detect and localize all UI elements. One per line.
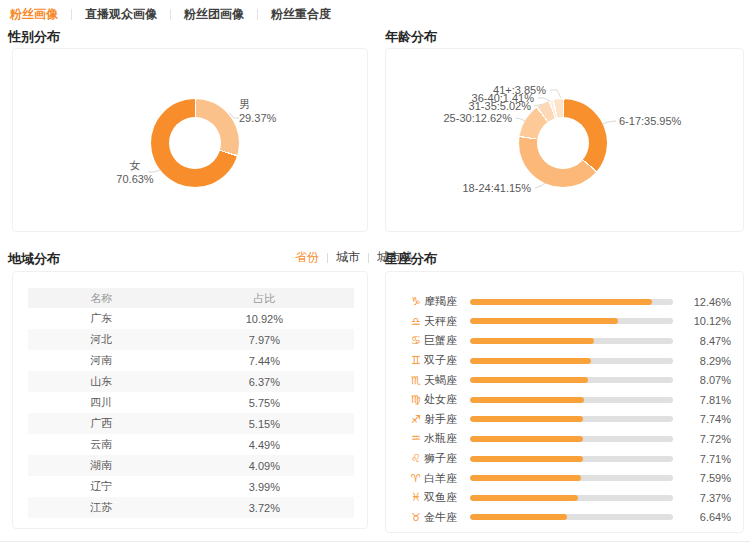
bar-track xyxy=(470,338,673,344)
region-name: 江苏 xyxy=(28,500,175,515)
zodiac-name: 天秤座 xyxy=(424,314,464,329)
bar-fill xyxy=(470,299,652,305)
bar-fill xyxy=(470,397,584,403)
region-ratio: 6.37% xyxy=(175,376,354,388)
zodiac-row[interactable]: ♈ 白羊座 7.59% xyxy=(411,468,731,488)
region-ratio: 7.97% xyxy=(175,334,354,346)
region-ratio: 4.49% xyxy=(175,439,354,451)
region-ratio: 4.09% xyxy=(175,460,354,472)
zodiac-value: 7.74% xyxy=(681,413,731,425)
tab-fan-portrait[interactable]: 粉丝画像 xyxy=(10,6,58,23)
zodiac-value: 7.59% xyxy=(681,472,731,484)
tab-fan-club-portrait[interactable]: 粉丝团画像 xyxy=(184,6,244,23)
zodiac-bar-list: ♑ 摩羯座 12.46% ♎ 天秤座 10.12% ♋ 巨蟹座 8.47% ♊ … xyxy=(386,292,743,527)
zodiac-row[interactable]: ♏ 天蝎座 8.07% xyxy=(411,370,731,390)
age-chart-panel: 41+:3.85% 36-40:1.41% 31-35:5.02% 25-30:… xyxy=(385,48,744,232)
region-tab-province[interactable]: 省份 xyxy=(295,249,319,266)
table-header-row: 名称 占比 xyxy=(28,288,354,308)
region-tab-city[interactable]: 城市 xyxy=(336,249,360,266)
age-label-25-30: 25-30:12.62% xyxy=(444,113,513,124)
bar-track xyxy=(470,495,673,501)
table-row[interactable]: 河南 7.44% xyxy=(28,350,354,371)
bar-fill xyxy=(470,416,583,422)
zodiac-value: 8.29% xyxy=(681,355,731,367)
bar-track xyxy=(470,416,673,422)
bar-track xyxy=(470,358,673,364)
zodiac-row[interactable]: ♎ 天秤座 10.12% xyxy=(411,312,731,332)
page-bottom-divider xyxy=(0,541,750,542)
top-tab-bar: 粉丝画像 直播观众画像 粉丝团画像 粉丝重合度 xyxy=(10,6,331,23)
table-row[interactable]: 河北 7.97% xyxy=(28,329,354,350)
fan-portrait-page: 粉丝画像 直播观众画像 粉丝团画像 粉丝重合度 性别分布 年龄分布 地域分布 星… xyxy=(0,0,750,543)
table-row[interactable]: 云南 4.49% xyxy=(28,434,354,455)
gender-donut-chart[interactable] xyxy=(151,99,239,187)
zodiac-row[interactable]: ♓ 双鱼座 7.37% xyxy=(411,488,731,508)
bar-track xyxy=(470,475,673,481)
table-row[interactable]: 山东 6.37% xyxy=(28,371,354,392)
gender-male-name: 男 xyxy=(239,97,276,111)
zodiac-row[interactable]: ♋ 巨蟹座 8.47% xyxy=(411,331,731,351)
age-panel-title: 年龄分布 xyxy=(385,28,437,46)
zodiac-name: 摩羯座 xyxy=(424,294,464,309)
zodiac-sign-icon: ♊ xyxy=(411,355,424,366)
table-row[interactable]: 广东 10.92% xyxy=(28,308,354,329)
bar-track xyxy=(470,397,673,403)
bar-track xyxy=(470,299,673,305)
age-label-6-17: 6-17:35.95% xyxy=(619,116,681,127)
zodiac-row[interactable]: ♒ 水瓶座 7.72% xyxy=(411,429,731,449)
gender-female-value: 70.63% xyxy=(111,172,159,186)
zodiac-row[interactable]: ♐ 射手座 7.74% xyxy=(411,410,731,430)
gender-male-value: 29.37% xyxy=(239,111,276,125)
age-donut-chart[interactable] xyxy=(519,99,607,187)
zodiac-sign-icon: ♏ xyxy=(411,375,424,386)
zodiac-name: 射手座 xyxy=(424,412,464,427)
bar-track xyxy=(470,436,673,442)
zodiac-sign-icon: ♑ xyxy=(411,296,424,307)
zodiac-row[interactable]: ♉ 金牛座 6.64% xyxy=(411,508,731,528)
zodiac-row[interactable]: ♍ 处女座 7.81% xyxy=(411,390,731,410)
zodiac-sign-icon: ♓ xyxy=(411,492,424,503)
tab-divider xyxy=(327,253,328,263)
bar-track xyxy=(470,318,673,324)
region-ratio: 7.44% xyxy=(175,355,354,367)
zodiac-row[interactable]: ♌ 狮子座 7.71% xyxy=(411,449,731,469)
zodiac-value: 7.71% xyxy=(681,453,731,465)
bar-fill xyxy=(470,358,591,364)
bar-fill xyxy=(470,495,578,501)
region-level-tabs: 省份 城市 城市线 xyxy=(295,249,413,266)
zodiac-name: 白羊座 xyxy=(424,471,464,486)
zodiac-sign-icon: ♋ xyxy=(411,335,424,346)
tab-live-audience-portrait[interactable]: 直播观众画像 xyxy=(85,6,157,23)
zodiac-name: 水瓶座 xyxy=(424,431,464,446)
bar-fill xyxy=(470,318,618,324)
age-label-31-35: 31-35:5.02% xyxy=(469,101,531,112)
table-row[interactable]: 四川 5.75% xyxy=(28,392,354,413)
bar-track xyxy=(470,456,673,462)
zodiac-name: 双鱼座 xyxy=(424,490,464,505)
tab-divider xyxy=(257,9,258,20)
region-ratio: 5.75% xyxy=(175,397,354,409)
gender-panel-title: 性别分布 xyxy=(8,28,60,46)
region-ratio: 3.72% xyxy=(175,502,354,514)
table-row[interactable]: 辽宁 3.99% xyxy=(28,476,354,497)
bar-fill xyxy=(470,456,583,462)
zodiac-sign-icon: ♎ xyxy=(411,316,424,327)
zodiac-row[interactable]: ♊ 双子座 8.29% xyxy=(411,351,731,371)
region-name: 云南 xyxy=(28,437,175,452)
table-row[interactable]: 江苏 3.72% xyxy=(28,497,354,518)
table-row[interactable]: 湖南 4.09% xyxy=(28,455,354,476)
column-header-name: 名称 xyxy=(28,291,175,306)
bar-fill xyxy=(470,436,583,442)
zodiac-name: 狮子座 xyxy=(424,451,464,466)
tab-fan-overlap[interactable]: 粉丝重合度 xyxy=(271,6,331,23)
zodiac-row[interactable]: ♑ 摩羯座 12.46% xyxy=(411,292,731,312)
zodiac-sign-icon: ♉ xyxy=(411,512,424,523)
table-row[interactable]: 广西 5.15% xyxy=(28,413,354,434)
zodiac-sign-icon: ♈ xyxy=(411,473,424,484)
zodiac-chart-panel: ♑ 摩羯座 12.46% ♎ 天秤座 10.12% ♋ 巨蟹座 8.47% ♊ … xyxy=(385,271,744,533)
zodiac-name: 金牛座 xyxy=(424,510,464,525)
age-label-18-24: 18-24:41.15% xyxy=(463,183,532,194)
region-name: 山东 xyxy=(28,374,175,389)
region-tab-city-tier[interactable]: 城市线 xyxy=(377,249,413,266)
zodiac-value: 6.64% xyxy=(681,511,731,523)
